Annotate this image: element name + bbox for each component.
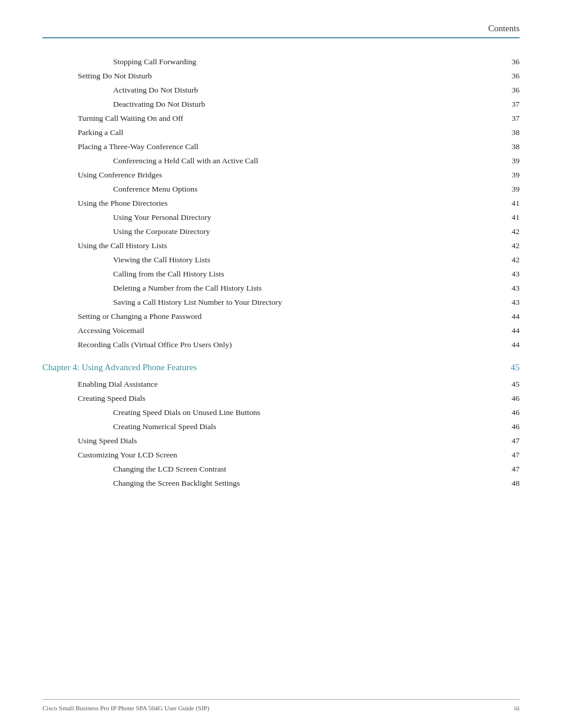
toc-entry-label: Conferencing a Held Call with an Active …	[42, 156, 258, 166]
toc-entry: Recording Calls (Virtual Office Pro User…	[42, 338, 520, 352]
chapter-section: Chapter 4: Using Advanced Phone Features…	[42, 352, 520, 490]
toc-entry-label: Deactivating Do Not Disturb	[42, 100, 205, 109]
chapter-toc-entry: Creating Speed Dials46	[42, 391, 520, 406]
toc-entry-label: Parking a Call	[42, 128, 123, 137]
toc-entry-page: 37	[502, 100, 520, 109]
toc-entry: Using Your Personal Directory41	[42, 210, 520, 225]
chapter-toc-entry-label: Creating Numerical Speed Dials	[42, 422, 216, 431]
toc-entry-label: Using Conference Bridges	[42, 170, 162, 180]
toc-entry: Setting or Changing a Phone Password44	[42, 309, 520, 324]
toc-entry: Conference Menu Options39	[42, 182, 520, 196]
chapter-toc-entry-page: 47	[502, 465, 520, 474]
chapter-toc-entry-label: Changing the LCD Screen Contrast	[42, 465, 226, 474]
chapter-toc-entry: Changing the LCD Screen Contrast47	[42, 462, 520, 476]
toc-entry: Stopping Call Forwarding36	[42, 55, 520, 69]
toc-entry: Accessing Voicemail44	[42, 324, 520, 338]
chapter-heading: Chapter 4: Using Advanced Phone Features…	[42, 352, 520, 377]
toc-entry-label: Using the Corporate Directory	[42, 227, 210, 236]
chapter-toc-entry-label: Changing the Screen Backlight Settings	[42, 479, 240, 488]
toc-entry-page: 43	[502, 284, 520, 293]
toc-entry: Deactivating Do Not Disturb37	[42, 97, 520, 111]
toc-entry: Viewing the Call History Lists42	[42, 253, 520, 267]
page: Contents Stopping Call Forwarding36Setti…	[0, 0, 562, 728]
toc-entry-label: Turning Call Waiting On and Off	[42, 114, 183, 123]
toc-entry-page: 36	[502, 71, 520, 81]
toc-section: Stopping Call Forwarding36Setting Do Not…	[42, 55, 520, 352]
toc-entry-label: Calling from the Call History Lists	[42, 269, 224, 279]
footer-left: Cisco Small Business Pro IP Phone SPA 50…	[42, 704, 209, 711]
toc-entry-page: 38	[502, 128, 520, 137]
toc-entry-page: 37	[502, 114, 520, 123]
chapter-toc-entry-page: 47	[502, 436, 520, 446]
toc-entry: Using the Corporate Directory42	[42, 225, 520, 239]
toc-entry-page: 39	[502, 185, 520, 194]
header-title: Contents	[488, 24, 520, 34]
chapter-toc-entry-page: 48	[502, 479, 520, 488]
toc-entry-page: 38	[502, 142, 520, 151]
toc-entry-page: 42	[502, 255, 520, 265]
toc-entry: Using the Phone Directories41	[42, 196, 520, 210]
toc-entry: Activating Do Not Disturb36	[42, 83, 520, 97]
toc-entry: Calling from the Call History Lists43	[42, 267, 520, 281]
toc-entry-label: Deleting a Number from the Call History …	[42, 284, 262, 293]
page-header: Contents	[42, 24, 520, 38]
toc-entry: Saving a Call History List Number to You…	[42, 295, 520, 309]
chapter-page: 45	[502, 363, 520, 373]
toc-entry: Setting Do Not Disturb36	[42, 69, 520, 83]
toc-entry-page: 41	[502, 213, 520, 222]
toc-entry-label: Stopping Call Forwarding	[42, 57, 196, 67]
toc-entry-label: Setting or Changing a Phone Password	[42, 312, 201, 321]
toc-entry-page: 42	[502, 227, 520, 236]
toc-entry-page: 41	[502, 199, 520, 208]
chapter-toc-entry-label: Customizing Your LCD Screen	[42, 450, 177, 460]
toc-entry: Placing a Three-Way Conference Call38	[42, 140, 520, 154]
toc-entry-page: 44	[502, 326, 520, 335]
toc-entry-page: 42	[502, 241, 520, 251]
chapter-toc-entry-label: Enabling Dial Assistance	[42, 380, 158, 389]
chapter-toc-entry: Customizing Your LCD Screen47	[42, 448, 520, 462]
toc-entry-label: Using the Call History Lists	[42, 241, 167, 251]
chapter-toc-entry-page: 46	[502, 422, 520, 431]
toc-entry-label: Setting Do Not Disturb	[42, 71, 152, 81]
toc-entry-label: Using the Phone Directories	[42, 199, 168, 208]
chapter-toc-entry-page: 46	[502, 408, 520, 417]
toc-entry: Deleting a Number from the Call History …	[42, 281, 520, 295]
chapter-toc-entry: Changing the Screen Backlight Settings48	[42, 476, 520, 490]
toc-entry-label: Accessing Voicemail	[42, 326, 144, 335]
toc-entry: Using Conference Bridges39	[42, 168, 520, 182]
toc-entry-page: 39	[502, 170, 520, 180]
toc-entry-label: Recording Calls (Virtual Office Pro User…	[42, 340, 232, 350]
chapter-toc-entry-page: 45	[502, 380, 520, 389]
toc-entry: Turning Call Waiting On and Off37	[42, 111, 520, 126]
toc-entry-label: Placing a Three-Way Conference Call	[42, 142, 199, 151]
toc-entry-page: 36	[502, 57, 520, 67]
chapter-toc-entry: Creating Numerical Speed Dials46	[42, 420, 520, 434]
toc-entry-page: 43	[502, 269, 520, 279]
chapter-toc-entry-label: Creating Speed Dials on Unused Line Butt…	[42, 408, 260, 417]
toc-entry-label: Using Your Personal Directory	[42, 213, 211, 222]
chapter-toc-entry-label: Using Speed Dials	[42, 436, 137, 446]
toc-entry-label: Saving a Call History List Number to You…	[42, 298, 282, 307]
toc-entry-page: 36	[502, 85, 520, 95]
toc-entry-label: Conference Menu Options	[42, 185, 197, 194]
toc-entry: Using the Call History Lists42	[42, 239, 520, 253]
chapter-toc-entry-label: Creating Speed Dials	[42, 394, 146, 403]
toc-entry-page: 44	[502, 312, 520, 321]
chapter-toc-entry-page: 47	[502, 450, 520, 460]
chapter-toc-entry: Using Speed Dials47	[42, 434, 520, 448]
toc-entry-label: Viewing the Call History Lists	[42, 255, 210, 265]
chapter-label: Chapter 4: Using Advanced Phone Features	[42, 363, 197, 373]
toc-entry-page: 44	[502, 340, 520, 350]
toc-entry: Parking a Call38	[42, 126, 520, 140]
toc-entry-label: Activating Do Not Disturb	[42, 85, 198, 95]
page-footer: Cisco Small Business Pro IP Phone SPA 50…	[42, 699, 520, 711]
footer-right: iii	[514, 704, 520, 711]
toc-entry-page: 43	[502, 298, 520, 307]
chapter-toc-entry-page: 46	[502, 394, 520, 403]
toc-entry-page: 39	[502, 156, 520, 166]
toc-entry: Conferencing a Held Call with an Active …	[42, 154, 520, 168]
chapter-toc-entry: Enabling Dial Assistance45	[42, 377, 520, 391]
chapter-toc-entry: Creating Speed Dials on Unused Line Butt…	[42, 406, 520, 420]
